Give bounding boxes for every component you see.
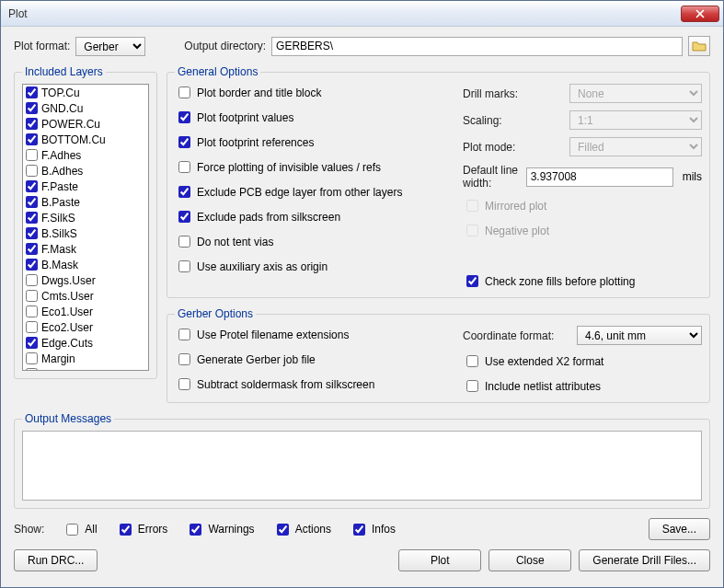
close-icon[interactable] [681,6,719,22]
check-zone-checkbox[interactable]: Check zone fills before plotting [463,272,702,290]
plot-mode-select: Filled [569,137,702,156]
layer-item[interactable]: POWER.Cu [23,116,148,132]
plot-button[interactable]: Plot [398,549,481,571]
show-actions-checkbox[interactable]: Actions [273,521,331,538]
layer-label: B.Adhes [41,165,83,178]
layer-item[interactable]: B.Paste [23,194,148,210]
layer-checkbox[interactable] [26,102,38,114]
layer-checkbox[interactable] [26,259,38,271]
browse-folder-button[interactable] [688,36,710,56]
layer-item[interactable]: Eco2.User [23,319,148,335]
plot-dialog: Plot Plot format: Gerber Output director… [0,0,724,588]
plot-footprint-refs-checkbox[interactable]: Plot footprint references [175,133,444,151]
show-errors-checkbox[interactable]: Errors [116,521,168,538]
included-layers-group: Included Layers TOP.CuGND.CuPOWER.CuBOTT… [14,65,157,379]
general-options-legend: General Options [175,65,260,78]
layer-item[interactable]: F.SilkS [23,210,148,225]
layer-item[interactable]: F.Mask [23,241,148,257]
layer-item[interactable]: TOP.Cu [23,85,148,100]
close-button[interactable]: Close [488,549,571,571]
layer-label: TOP.Cu [41,86,80,99]
aux-axis-checkbox[interactable]: Use auxiliary axis as origin [175,258,444,275]
layer-checkbox[interactable] [26,274,38,286]
layer-item[interactable]: B.SilkS [23,225,148,241]
included-layers-legend: Included Layers [22,65,106,78]
netlist-checkbox[interactable]: Include netlist attributes [463,377,702,395]
plot-mode-label: Plot mode: [463,141,564,154]
gerber-options-group: Gerber Options Use Protel filename exten… [167,307,710,403]
layer-label: F.Adhes [41,149,81,162]
layer-item[interactable]: Cmts.User [23,288,148,304]
layer-label: F.CrtYd [41,368,78,372]
layer-label: Margin [41,352,75,365]
layer-label: POWER.Cu [41,118,100,131]
show-infos-checkbox[interactable]: Infos [350,521,396,538]
layer-checkbox[interactable] [26,212,38,224]
layer-checkbox[interactable] [26,352,38,364]
show-warnings-checkbox[interactable]: Warnings [186,521,254,538]
output-messages-box[interactable] [22,431,702,501]
layer-item[interactable]: F.Paste [23,179,148,194]
layer-checkbox[interactable] [26,368,38,371]
layer-label: Dwgs.User [41,274,96,287]
layer-item[interactable]: B.Adhes [23,163,148,179]
layer-checkbox[interactable] [26,227,38,239]
output-dir-input[interactable] [271,37,683,56]
output-messages-legend: Output Messages [22,412,114,425]
run-drc-button[interactable]: Run DRC... [14,549,98,571]
layer-item[interactable]: B.Mask [23,257,148,272]
layer-item[interactable]: F.Adhes [23,147,148,163]
line-width-input[interactable] [526,167,673,187]
layer-item[interactable]: GND.Cu [23,100,148,116]
show-all-checkbox[interactable]: All [63,521,97,538]
x2-checkbox[interactable]: Use extended X2 format [463,352,702,370]
protel-checkbox[interactable]: Use Protel filename extensions [175,326,444,343]
layer-checkbox[interactable] [26,321,38,333]
layer-label: Cmts.User [41,290,94,303]
line-width-unit: mils [683,170,702,183]
output-dir-label: Output directory: [184,40,266,52]
layer-checkbox[interactable] [26,196,38,208]
generate-drill-button[interactable]: Generate Drill Files... [579,549,710,571]
exclude-edge-checkbox[interactable]: Exclude PCB edge layer from other layers [175,183,444,201]
layer-checkbox[interactable] [26,290,38,302]
layer-checkbox[interactable] [26,118,38,130]
layer-checkbox[interactable] [26,306,38,317]
coord-format-label: Coordinate format: [463,329,571,342]
layer-item[interactable]: Dwgs.User [23,272,148,288]
plot-footprint-values-checkbox[interactable]: Plot footprint values [175,109,444,126]
layer-label: F.Paste [41,180,78,193]
exclude-pads-checkbox[interactable]: Exclude pads from silkscreen [175,208,444,225]
layer-checkbox[interactable] [26,337,38,349]
drill-marks-label: Drill marks: [463,87,564,100]
layer-label: B.Mask [41,259,78,271]
layer-checkbox[interactable] [26,165,38,177]
force-invisible-checkbox[interactable]: Force plotting of invisible values / ref… [175,158,444,176]
jobfile-checkbox[interactable]: Generate Gerber job file [175,351,444,368]
layer-item[interactable]: BOTTOM.Cu [23,132,148,147]
layer-checkbox[interactable] [26,180,38,192]
layer-label: Edge.Cuts [41,337,93,350]
layer-checkbox[interactable] [26,133,38,145]
line-width-label: Default line width: [463,164,521,190]
layer-list[interactable]: TOP.CuGND.CuPOWER.CuBOTTOM.CuF.AdhesB.Ad… [22,84,149,371]
layer-label: GND.Cu [41,102,83,115]
layer-item[interactable]: Margin [23,351,148,366]
layer-item[interactable]: F.CrtYd [23,366,148,371]
layer-item[interactable]: Eco1.User [23,304,148,319]
coord-format-select[interactable]: 4.6, unit mm [577,326,702,345]
plot-format-select[interactable]: Gerber [75,37,145,56]
layer-checkbox[interactable] [26,86,38,98]
save-button[interactable]: Save... [649,518,710,540]
layer-item[interactable]: Edge.Cuts [23,335,148,351]
gerber-options-legend: Gerber Options [175,307,256,320]
subtract-mask-checkbox[interactable]: Subtract soldermask from silkscreen [175,375,444,393]
layer-label: F.Mask [41,243,76,256]
layer-checkbox[interactable] [26,243,38,255]
no-tent-vias-checkbox[interactable]: Do not tent vias [175,233,444,250]
plot-border-checkbox[interactable]: Plot border and title block [175,84,444,101]
drill-marks-select: None [569,84,702,103]
layer-checkbox[interactable] [26,149,38,161]
scaling-label: Scaling: [463,114,564,127]
mirrored-checkbox: Mirrored plot [463,197,702,214]
